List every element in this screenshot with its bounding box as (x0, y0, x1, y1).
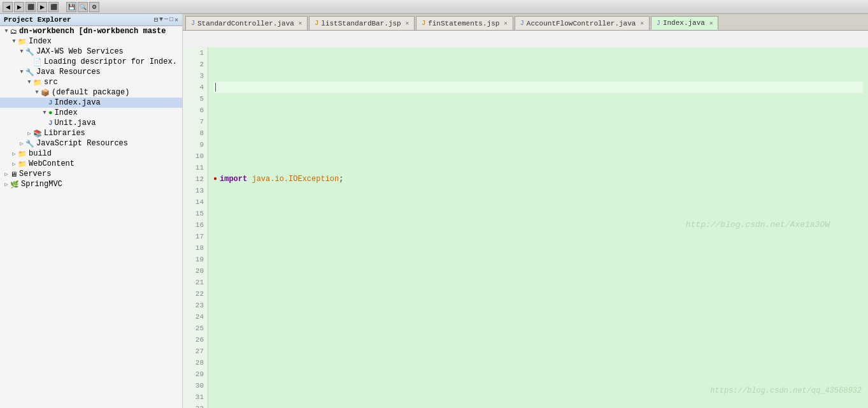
sidebar-ctrl-close[interactable]: ✕ (174, 16, 178, 24)
line-num-28: 28 (187, 357, 204, 368)
sidebar-ctrl-collapse[interactable]: ⊟ (154, 16, 158, 24)
tree-arrow: ▷ (3, 171, 10, 178)
code-line-2 (213, 127, 863, 139)
tree-item-index-java[interactable]: J Index.java (0, 98, 182, 108)
line-num-11: 11 (187, 162, 204, 173)
toolbar-btn-save[interactable]: 💾 (66, 2, 76, 12)
line-num-25: 25 (187, 323, 204, 334)
tree-arrow: ▷ (10, 161, 18, 168)
project-explorer: Project Explorer ⊟ ▼ ─ □ ✕ ▼ 🗂 dn-workbe… (0, 14, 183, 408)
sidebar-header: Project Explorer ⊟ ▼ ─ □ ✕ (0, 14, 182, 26)
tree-item-index-class[interactable]: ▼ ● Index (0, 108, 182, 118)
tab-label: StandardController.java (197, 20, 294, 27)
servers-icon: 🖥 (10, 170, 17, 178)
tab-label: AccountFlowController.java (527, 20, 636, 27)
jsp-tab-icon: J (422, 20, 425, 27)
tree-arrow: ▼ (18, 69, 25, 75)
tree-arrow: ▼ (41, 110, 48, 116)
tree-item-springmvc[interactable]: ▷ 🌿 SpringMVC (0, 179, 182, 189)
springmvc-icon: 🌿 (10, 180, 19, 189)
tree-item-libraries[interactable]: ▷ 📚 Libraries (0, 128, 182, 138)
line-num-31: 31 (187, 391, 204, 403)
line-num-4: 4 (187, 82, 204, 93)
line-num-19: 19 (187, 254, 204, 265)
line-num-12: 12 (187, 173, 204, 185)
sidebar-ctrl-max[interactable]: □ (169, 16, 173, 24)
java-tab-icon: J (657, 20, 660, 27)
tab-close-icon[interactable]: ✕ (709, 20, 713, 27)
code-line-5 (213, 254, 863, 265)
tree-item-servers[interactable]: ▷ 🖥 Servers (0, 169, 182, 179)
sidebar-ctrl-menu[interactable]: ▼ (159, 16, 163, 24)
tab-label: listStandardBar.jsp (321, 20, 401, 27)
editor-tab-bar: J StandardController.java ✕ J listStanda… (183, 14, 868, 31)
tab-label: Index.java (663, 19, 705, 27)
line-num-1: 1 (187, 47, 204, 59)
tab-close-icon[interactable]: ✕ (406, 20, 409, 27)
line-num-8: 8 (187, 127, 204, 139)
code-text[interactable]: │ ● import java.io.IOException; (208, 47, 868, 408)
toolbar-btn-6[interactable]: 🔍 (78, 2, 88, 12)
tree-item-unit-java[interactable]: J Unit.java (0, 118, 182, 128)
library-icon: 📚 (33, 129, 42, 138)
tree-label: WebContent (29, 159, 75, 168)
toolbar-btn-5[interactable]: ⬛ (48, 2, 59, 12)
tree-item-webcontent[interactable]: ▷ 📁 WebContent (0, 159, 182, 169)
webcontent-icon: 📁 (18, 160, 27, 168)
tree-label: build (29, 149, 52, 158)
line-num-6: 6 (187, 105, 204, 116)
tree-item-js-resources[interactable]: ▷ 🔧 JavaScript Resources (0, 138, 182, 149)
tree-label: SpringMVC (21, 180, 62, 189)
toolbar-btn-3[interactable]: ⬛ (25, 2, 36, 12)
line-num-32: 32 (187, 403, 204, 408)
tab-account-flow-controller[interactable]: J AccountFlowController.java ✕ (515, 16, 650, 30)
tree-item-build[interactable]: ▷ 📁 build (0, 149, 182, 159)
toolbar-btn-1[interactable]: ◀ (3, 2, 13, 12)
java-file-icon: J (48, 119, 53, 127)
line-num-27: 27 (187, 346, 204, 357)
main-toolbar: ◀ ▶ ⬛ ▶ ⬛ 💾 🔍 ⚙ (0, 0, 868, 14)
tab-close-icon[interactable]: ✕ (504, 20, 507, 27)
line-num-30: 30 (187, 380, 204, 391)
code-editor[interactable]: 1 2 3 4 5 6 7 8 9 10 11 12 13 14 15 16 1 (183, 47, 868, 408)
line-num-23: 23 (187, 300, 204, 311)
doc-icon: 📄 (33, 58, 42, 66)
tree-label: Java Resources (36, 68, 101, 76)
tree-item-default-package[interactable]: ▼ 📦 (default package) (0, 87, 182, 98)
sidebar-ctrl-min[interactable]: ─ (164, 16, 168, 24)
folder-icon: 📁 (18, 38, 27, 46)
code-line-4 (213, 219, 863, 231)
line-num-17: 17 (187, 231, 204, 242)
src-folder-icon: 📁 (33, 78, 42, 87)
build-folder-icon: 📁 (18, 150, 27, 158)
tree-arrow: ▼ (25, 79, 33, 85)
toolbar-btn-4[interactable]: ▶ (37, 2, 47, 12)
tree-item-src[interactable]: ▼ 📁 src (0, 77, 182, 87)
tree-label: Index (29, 37, 52, 46)
tree-item-loading-descriptor[interactable]: 📄 Loading descriptor for Index. (0, 57, 182, 67)
error-dot-3: ● (213, 173, 217, 185)
tree-item-jaxws[interactable]: ▼ 🔧 JAX-WS Web Services (0, 47, 182, 57)
toolbar-btn-2[interactable]: ▶ (14, 2, 24, 12)
tab-close-icon[interactable]: ✕ (299, 20, 302, 27)
code-line-6 (213, 288, 863, 300)
toolbar-btn-7[interactable]: ⚙ (89, 2, 99, 12)
tree-arrow: ▼ (3, 28, 10, 34)
tab-fin-statements[interactable]: J finStatements.jsp ✕ (416, 16, 513, 30)
tab-list-standard-bar[interactable]: J listStandardBar.jsp ✕ (309, 16, 415, 30)
line-num-5: 5 (187, 93, 204, 105)
java-resources-icon: 🔧 (25, 68, 34, 76)
tab-close-icon[interactable]: ✕ (640, 20, 643, 27)
line-num-22: 22 (187, 288, 204, 300)
project-icon: 🗂 (10, 27, 17, 36)
line-num-7: 7 (187, 116, 204, 127)
tree-item-java-resources[interactable]: ▼ 🔧 Java Resources (0, 67, 182, 77)
tree-item-root[interactable]: ▼ 🗂 dn-workbench [dn-workbench maste (0, 26, 182, 36)
line-num-10: 10 (187, 150, 204, 162)
jsp-tab-icon: J (315, 20, 318, 27)
tree-label: Index.java (55, 98, 101, 107)
tab-index-java[interactable]: J Index.java ✕ (651, 16, 718, 30)
tree-item-index[interactable]: ▼ 📁 Index (0, 36, 182, 47)
tab-standard-controller[interactable]: J StandardController.java ✕ (185, 16, 308, 30)
line-num-13: 13 (187, 185, 204, 196)
